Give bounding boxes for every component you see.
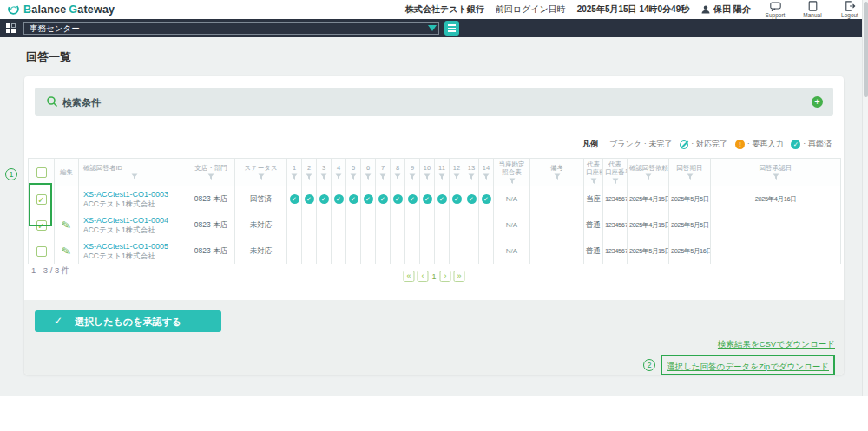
status-check-icon: ✓ bbox=[334, 194, 344, 204]
column-header-approval-date: 回答承認日 bbox=[711, 159, 841, 186]
filter-icon[interactable] bbox=[320, 173, 327, 180]
annotation-circle-2: 2 bbox=[643, 359, 655, 371]
row-checkbox[interactable] bbox=[36, 246, 47, 257]
legend-item-reverified: ✓:再鑑済 bbox=[791, 139, 832, 150]
filter-icon[interactable] bbox=[207, 173, 214, 180]
pagination-next-button[interactable]: › bbox=[440, 271, 451, 282]
column-header-reconciliation: 当座勘定照合表 bbox=[494, 159, 530, 186]
pagination-first-button[interactable]: « bbox=[403, 271, 414, 282]
filter-icon[interactable] bbox=[453, 173, 460, 180]
pagination-last-button[interactable]: » bbox=[454, 271, 465, 282]
filter-icon[interactable] bbox=[438, 173, 445, 180]
content-card: 検索条件 + 凡例 ブランク:未完了 :対応完了 !:要再入力 ✓:再鑑済 編集… bbox=[24, 76, 844, 375]
cell-item-status bbox=[479, 238, 494, 264]
last-login-label: 前回ログイン日時 bbox=[496, 3, 566, 16]
filter-icon[interactable] bbox=[258, 173, 265, 180]
pagination-prev-button[interactable]: ‹ bbox=[417, 271, 428, 282]
cell-edit bbox=[55, 186, 79, 212]
pagination-current-page: 1 bbox=[431, 272, 436, 281]
cell-account-number: 1234567 bbox=[603, 186, 628, 212]
responder-id-link[interactable]: XS-ACCtest1-CO1-0004 bbox=[83, 216, 185, 225]
column-header-account-number: 代表口座番号 bbox=[603, 159, 628, 186]
filter-icon[interactable] bbox=[306, 173, 312, 180]
select-all-checkbox[interactable] bbox=[36, 167, 47, 178]
filter-icon[interactable] bbox=[773, 173, 779, 180]
column-header-item-7: 7 bbox=[376, 159, 391, 186]
cell-branch: 0823 本店 bbox=[187, 212, 235, 238]
approve-selected-button[interactable]: ✓ 選択したものを承認する bbox=[35, 310, 221, 332]
cell-item-status: ✓ bbox=[287, 186, 302, 212]
cell-checkbox: ✓ bbox=[29, 212, 55, 238]
filter-icon[interactable] bbox=[424, 173, 431, 180]
filter-icon[interactable] bbox=[409, 173, 416, 180]
manual-button[interactable]: Manual bbox=[799, 1, 825, 18]
status-check-icon: ✓ bbox=[408, 194, 418, 204]
download-zip-link[interactable]: 選択した回答のデータをZipでダウンロード bbox=[667, 362, 829, 371]
filter-icon[interactable] bbox=[379, 173, 386, 180]
center-select[interactable]: 事務センター bbox=[23, 22, 439, 35]
filter-icon[interactable] bbox=[335, 173, 342, 180]
logout-button[interactable]: Logout bbox=[837, 1, 863, 18]
cell-status: 未対応 bbox=[235, 238, 287, 264]
download-csv-link[interactable]: 検索結果をCSVでダウンロード bbox=[718, 339, 835, 349]
column-header-item-8: 8 bbox=[391, 159, 405, 186]
filter-icon[interactable] bbox=[394, 173, 401, 180]
column-header-account-type: 代表口座種別 bbox=[584, 159, 603, 186]
search-conditions-label: 検索条件 bbox=[62, 96, 101, 109]
cell-item-status: ✓ bbox=[361, 186, 376, 212]
expand-search-icon[interactable]: + bbox=[812, 96, 823, 108]
done-icon bbox=[680, 140, 688, 149]
filter-icon[interactable] bbox=[645, 173, 652, 180]
cell-item-status bbox=[346, 238, 361, 264]
row-checkbox[interactable]: ✓ bbox=[36, 194, 47, 205]
edit-icon[interactable]: ✎ bbox=[61, 218, 72, 232]
column-header-select-all bbox=[29, 159, 55, 186]
filter-icon[interactable] bbox=[554, 173, 561, 180]
cell-item-status bbox=[302, 238, 317, 264]
column-header-request-date: 確認回答依頼日 bbox=[628, 159, 669, 186]
column-header-item-3: 3 bbox=[317, 159, 332, 186]
user-menu[interactable]: 保田 陽介 bbox=[700, 3, 751, 16]
apps-grid-icon[interactable] bbox=[6, 23, 16, 33]
filter-icon[interactable] bbox=[687, 173, 694, 180]
cell-account-number: 1234567 bbox=[603, 212, 628, 238]
support-button[interactable]: Support bbox=[762, 2, 788, 18]
cell-item-status: ✓ bbox=[317, 186, 332, 212]
filter-icon[interactable] bbox=[131, 173, 138, 180]
filter-icon[interactable] bbox=[509, 178, 516, 185]
table-row: ✓✎XS-ACCtest1-CO1-0004ACCテスト1株式会社0823 本店… bbox=[29, 212, 841, 238]
responder-id-link[interactable]: XS-ACCtest1-CO1-0005 bbox=[83, 242, 185, 251]
scrollbar-thumb[interactable] bbox=[864, 2, 868, 97]
cell-item-status bbox=[332, 238, 346, 264]
row-checkbox[interactable]: ✓ bbox=[36, 220, 47, 231]
search-conditions-bar[interactable]: 検索条件 + bbox=[35, 88, 833, 116]
filter-icon[interactable] bbox=[291, 173, 298, 180]
last-login-datetime: 2025年5月15日 14時0分49秒 bbox=[577, 3, 690, 16]
pagination: « ‹ 1 › » bbox=[403, 271, 464, 282]
scrollbar-track[interactable] bbox=[862, 0, 868, 396]
cell-edit: ✎ bbox=[55, 238, 79, 264]
filter-icon[interactable] bbox=[483, 173, 490, 180]
cell-due-date: 2025年5月5日 bbox=[669, 212, 711, 238]
annotation-circle-1: 1 bbox=[5, 168, 17, 180]
cell-item-status bbox=[391, 212, 405, 238]
filter-icon[interactable] bbox=[468, 173, 475, 180]
filter-icon[interactable] bbox=[612, 178, 619, 185]
menu-list-button[interactable] bbox=[444, 21, 459, 36]
cell-account-type: 当座 bbox=[584, 186, 603, 212]
edit-icon[interactable]: ✎ bbox=[61, 244, 72, 258]
column-header-remarks: 備考 bbox=[530, 159, 584, 186]
chevron-down-icon[interactable] bbox=[428, 25, 437, 31]
company-name: ACCテスト1株式会社 bbox=[83, 199, 185, 208]
column-header-item-2: 2 bbox=[302, 159, 317, 186]
filter-icon[interactable] bbox=[350, 173, 357, 180]
filter-icon[interactable] bbox=[590, 178, 597, 185]
legend-label: 凡例 bbox=[582, 139, 598, 150]
user-icon bbox=[700, 4, 711, 15]
cell-account-number: 1234567 bbox=[603, 238, 628, 264]
table-row: ✓XS-ACCtest1-CO1-0003ACCテスト1株式会社0823 本店回… bbox=[29, 186, 841, 212]
responder-id-link[interactable]: XS-ACCtest1-CO1-0003 bbox=[83, 190, 185, 199]
filter-icon[interactable] bbox=[365, 173, 372, 180]
cell-branch: 0823 本店 bbox=[187, 238, 235, 264]
cell-remarks bbox=[530, 186, 584, 212]
